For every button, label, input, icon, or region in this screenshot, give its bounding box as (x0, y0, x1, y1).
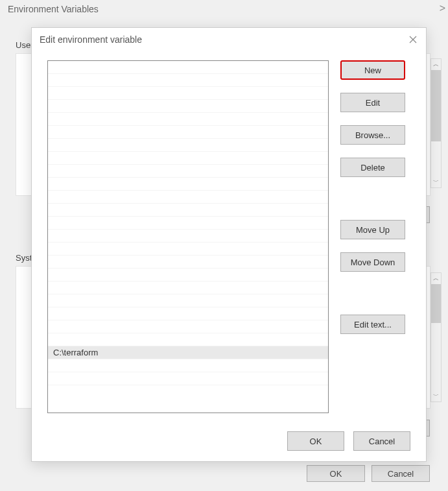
browse-button[interactable]: Browse... (340, 125, 405, 145)
edit-env-var-dialog: Edit environment variable (31, 27, 427, 462)
list-item[interactable] (48, 87, 328, 100)
env-vars-ok-button[interactable]: OK (307, 465, 365, 482)
move-down-button[interactable]: Move Down (340, 252, 405, 272)
list-item[interactable] (48, 74, 328, 87)
list-item-selected[interactable]: C:\terraform (48, 346, 328, 359)
list-item[interactable] (48, 126, 328, 139)
list-item[interactable] (48, 178, 328, 191)
list-item[interactable] (48, 333, 328, 346)
spacer (340, 285, 410, 315)
close-button[interactable] (407, 33, 419, 46)
env-vars-cancel-button[interactable]: Cancel (371, 465, 430, 482)
edit-text-button[interactable]: Edit text... (340, 315, 405, 334)
list-item[interactable] (48, 61, 328, 74)
scroll-down-icon[interactable]: ﹀ (431, 390, 441, 401)
scroll-up-icon[interactable]: ︿ (431, 273, 441, 284)
scroll-up-icon[interactable]: ︿ (431, 59, 441, 70)
scroll-thumb[interactable] (431, 284, 441, 323)
list-item[interactable] (48, 320, 328, 333)
dialog-footer: OK Cancel (287, 431, 410, 451)
user-vars-scrollbar[interactable]: ︿ ﹀ (430, 58, 442, 188)
new-button[interactable]: New (340, 60, 405, 80)
path-list-rows: C:\terraform (48, 61, 328, 413)
list-item[interactable] (48, 139, 328, 152)
env-vars-footer: OK Cancel (307, 465, 430, 482)
list-item[interactable] (48, 191, 328, 204)
ok-button[interactable]: OK (287, 431, 344, 451)
list-item[interactable] (48, 307, 328, 320)
list-item[interactable] (48, 204, 328, 217)
dialog-title: Edit environment variable (40, 34, 142, 45)
system-vars-scrollbar[interactable]: ︿ ﹀ (430, 272, 442, 402)
env-vars-title: Environment Variables (8, 4, 99, 14)
scroll-down-icon[interactable]: ﹀ (431, 176, 441, 187)
list-item[interactable] (48, 294, 328, 307)
list-item[interactable] (48, 281, 328, 294)
list-item[interactable] (48, 152, 328, 165)
list-item[interactable] (48, 113, 328, 126)
list-item[interactable] (48, 230, 328, 243)
path-listbox[interactable]: C:\terraform (47, 60, 329, 413)
scroll-thumb[interactable] (431, 70, 441, 141)
dialog-body: C:\terraform New Edit Browse... Delete M… (32, 51, 426, 425)
list-item[interactable] (48, 256, 328, 269)
spacer (340, 190, 410, 220)
close-icon (409, 36, 417, 43)
env-vars-close-icon[interactable]: > (440, 3, 445, 14)
delete-button[interactable]: Delete (340, 158, 405, 177)
button-column: New Edit Browse... Delete Move Up Move D… (340, 60, 410, 413)
list-item[interactable] (48, 165, 328, 178)
cancel-button[interactable]: Cancel (353, 431, 410, 451)
list-item[interactable] (48, 100, 328, 113)
edit-button[interactable]: Edit (340, 93, 405, 112)
list-item[interactable] (48, 243, 328, 256)
list-item[interactable] (48, 269, 328, 281)
list-item[interactable] (48, 217, 328, 230)
list-item[interactable] (48, 359, 328, 372)
list-item[interactable] (48, 372, 328, 385)
move-up-button[interactable]: Move Up (340, 220, 405, 239)
dialog-titlebar: Edit environment variable (32, 28, 426, 51)
